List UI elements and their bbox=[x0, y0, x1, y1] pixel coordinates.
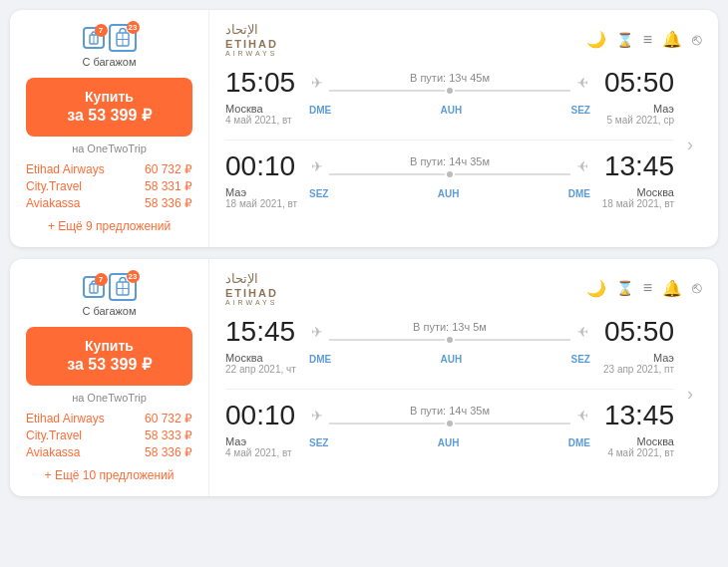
flight-times-row: 00:10✈В пути: 14ч 35м ✈13:45 bbox=[225, 400, 674, 431]
route-bar-right bbox=[455, 90, 570, 92]
depart-date: 4 май 2021, вт bbox=[225, 115, 305, 126]
flight-divider bbox=[225, 389, 674, 390]
airline-action-icons: 🌙 ⌛ ≡ 🔔 ⎋ bbox=[586, 279, 702, 298]
arrive-time: 05:50 bbox=[594, 67, 674, 99]
flight-details-row: Маэ 18 май 2021, вт SEZAUHDME Москва 18 … bbox=[225, 186, 674, 209]
plane-arrive-icon: ✈ bbox=[576, 408, 588, 424]
offer-name[interactable]: Etihad Airways bbox=[26, 162, 105, 176]
arrive-city-date: Маэ 23 апр 2021, пт bbox=[594, 352, 674, 375]
offer-name[interactable]: Aviakassa bbox=[26, 196, 80, 210]
right-panel: الإتحاد ETIHAD AIRWAYS 🌙 ⌛ ≡ 🔔 ⎋ 15:45✈В… bbox=[209, 259, 718, 496]
depart-city-date: Маэ 18 май 2021, вт bbox=[225, 186, 305, 209]
more-offers-link[interactable]: + Ещё 10 предложений bbox=[45, 468, 175, 482]
airline-logo: الإتحاد ETIHAD AIRWAYS bbox=[225, 22, 278, 57]
airport-code: AUH bbox=[441, 105, 463, 116]
flight-duration: В пути: 14ч 35м bbox=[329, 155, 570, 167]
offer-row: Etihad Airways60 732 ₽ bbox=[26, 162, 192, 176]
offer-name[interactable]: Aviakassa bbox=[26, 445, 80, 459]
right-panel: الإتحاد ETIHAD AIRWAYS 🌙 ⌛ ≡ 🔔 ⎋ 15:05✈В… bbox=[209, 10, 718, 247]
moon-icon: 🌙 bbox=[586, 279, 606, 298]
depart-city-date: Москва 22 апр 2021, чт bbox=[225, 352, 305, 375]
route-line bbox=[329, 88, 570, 94]
chevron-down-icon[interactable]: › bbox=[678, 382, 702, 406]
airport-code: SEZ bbox=[309, 437, 328, 448]
arrive-city-date: Маэ 5 май 2021, ср bbox=[594, 103, 674, 126]
source-label: на OneTwoTrip bbox=[72, 142, 147, 154]
arrive-city: Маэ bbox=[594, 103, 674, 115]
offer-price: 58 331 ₽ bbox=[145, 179, 192, 193]
plane-arrive-icon: ✈ bbox=[576, 75, 588, 91]
buy-button[interactable]: Купитьза 53 399 ₽ bbox=[26, 78, 192, 137]
flight-details-row: Москва 4 май 2021, вт DMEAUHSEZ Маэ 5 ма… bbox=[225, 103, 674, 126]
route-line bbox=[329, 421, 570, 426]
expand-chevron-col: › bbox=[674, 67, 702, 223]
depart-city: Маэ bbox=[225, 186, 305, 198]
airport-code: AUH bbox=[441, 354, 463, 365]
airport-code: SEZ bbox=[309, 188, 328, 199]
more-offers-link[interactable]: + Ещё 9 предложений bbox=[48, 219, 171, 233]
offer-row: City.Travel58 333 ₽ bbox=[26, 428, 192, 442]
filter-icon[interactable]: ≡ bbox=[643, 279, 652, 297]
airline-action-icons: 🌙 ⌛ ≡ 🔔 ⎋ bbox=[586, 30, 702, 49]
flights-container: 15:45✈В пути: 13ч 5м ✈05:50 Москва 22 ап… bbox=[225, 316, 674, 472]
offer-row: Aviakassa58 336 ₽ bbox=[26, 445, 192, 459]
buy-button[interactable]: Купитьза 53 399 ₽ bbox=[26, 327, 192, 386]
offer-name[interactable]: City.Travel bbox=[26, 179, 82, 193]
notification-icon[interactable]: 🔔 bbox=[662, 279, 682, 298]
arrive-city: Москва bbox=[594, 435, 674, 447]
chevron-down-icon[interactable]: › bbox=[678, 134, 702, 157]
baggage-icons: 7 23 bbox=[83, 273, 137, 301]
route-bar-left bbox=[329, 339, 445, 341]
moon-icon: 🌙 bbox=[586, 30, 606, 49]
airline-header: الإتحاد ETIHAD AIRWAYS 🌙 ⌛ ≡ 🔔 ⎋ bbox=[225, 22, 702, 57]
flight-times-row: 00:10✈В пути: 14ч 35м ✈13:45 bbox=[225, 150, 674, 182]
route-stop-dot bbox=[447, 171, 453, 177]
route-line bbox=[329, 171, 570, 177]
flights-wrapper: 15:05✈В пути: 13ч 45м ✈05:50 Москва 4 ма… bbox=[225, 67, 702, 223]
arrive-date: 5 май 2021, ср bbox=[594, 115, 674, 126]
depart-city: Маэ bbox=[225, 435, 305, 447]
flight-details-row: Маэ 4 май 2021, вт SEZAUHDME Москва 4 ма… bbox=[225, 435, 674, 458]
share-icon[interactable]: ⎋ bbox=[692, 279, 702, 297]
flight-times-row: 15:45✈В пути: 13ч 5м ✈05:50 bbox=[225, 316, 674, 348]
depart-city-date: Москва 4 май 2021, вт bbox=[225, 103, 305, 126]
checked-bag-icon: 23 bbox=[109, 273, 137, 301]
baggage-label: С багажом bbox=[82, 305, 136, 317]
arrive-city-date: Москва 18 май 2021, вт bbox=[594, 186, 674, 209]
left-panel: 7 23С багажомКупитьза 53 399 ₽на OneTwoT… bbox=[10, 259, 209, 496]
plane-arrive-icon: ✈ bbox=[576, 158, 588, 174]
flight-card: 7 23С багажомКупитьза 53 399 ₽на OneTwoT… bbox=[10, 259, 718, 496]
airport-code: DME bbox=[309, 105, 331, 116]
expand-chevron-col: › bbox=[674, 316, 702, 472]
flight-times-row: 15:05✈В пути: 13ч 45м ✈05:50 bbox=[225, 67, 674, 99]
depart-time: 15:05 bbox=[225, 67, 305, 99]
plane-depart-icon: ✈ bbox=[311, 158, 323, 174]
offer-price: 60 732 ₽ bbox=[145, 162, 192, 176]
arrive-date: 23 апр 2021, пт bbox=[594, 364, 674, 375]
flight-middle: В пути: 14ч 35м bbox=[329, 155, 570, 177]
flight-duration: В пути: 14ч 35м bbox=[329, 405, 570, 417]
route-bar-left bbox=[329, 173, 445, 175]
filter-icon[interactable]: ≡ bbox=[643, 31, 652, 49]
flight-duration: В пути: 13ч 45м bbox=[329, 72, 570, 84]
arrive-city: Москва bbox=[594, 186, 674, 198]
airline-logo: الإتحاد ETIHAD AIRWAYS bbox=[225, 271, 278, 306]
airport-code: SEZ bbox=[571, 105, 590, 116]
offer-name[interactable]: City.Travel bbox=[26, 428, 82, 442]
route-line bbox=[329, 337, 570, 343]
carry-on-icon: 7 bbox=[83, 27, 105, 49]
route-bar-right bbox=[455, 423, 570, 425]
airline-header: الإتحاد ETIHAD AIRWAYS 🌙 ⌛ ≡ 🔔 ⎋ bbox=[225, 271, 702, 306]
depart-time: 15:45 bbox=[225, 316, 305, 348]
offer-price: 58 336 ₽ bbox=[145, 196, 192, 210]
depart-city: Москва bbox=[225, 352, 305, 364]
depart-city-date: Маэ 4 май 2021, вт bbox=[225, 435, 305, 458]
plane-arrive-icon: ✈ bbox=[576, 324, 588, 340]
notification-icon[interactable]: 🔔 bbox=[662, 30, 682, 49]
flight-middle: В пути: 13ч 5м bbox=[329, 321, 570, 343]
offer-name[interactable]: Etihad Airways bbox=[26, 412, 105, 425]
plane-depart-icon: ✈ bbox=[311, 75, 323, 91]
airport-codes: SEZAUHDME bbox=[305, 188, 594, 199]
share-icon[interactable]: ⎋ bbox=[692, 31, 702, 49]
airport-codes: SEZAUHDME bbox=[305, 437, 594, 448]
